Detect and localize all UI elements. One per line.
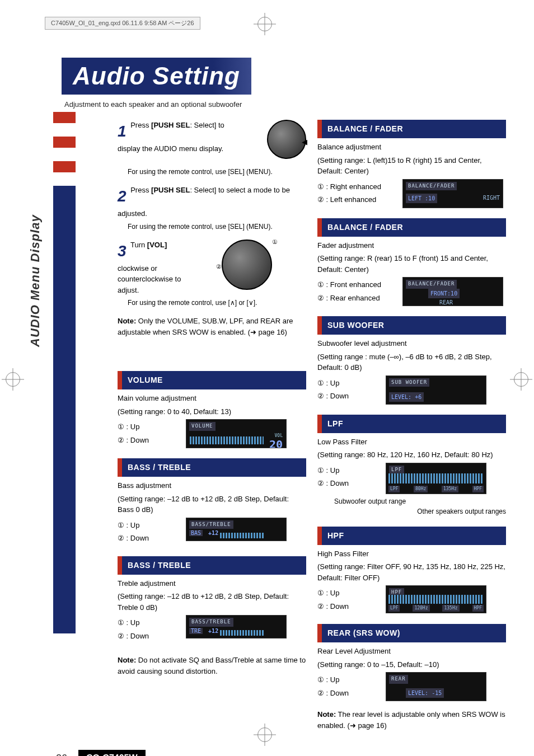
step-2-subtext: For using the remote control, use [SEL] … [128, 222, 306, 232]
registration-mark-top [257, 17, 272, 31]
fader-range: (Setting range: R (rear) 15 to F (front)… [317, 253, 506, 275]
hpf-down: ② : Down [317, 601, 379, 612]
lpf-down: ② : Down [317, 478, 379, 489]
fader-desc: Fader adjustment [317, 240, 506, 251]
treble-display: BASS/TREBLE TRE +12 [186, 615, 287, 638]
page-title-banner: Audio Setting [62, 58, 251, 95]
volume-display: VOLUME VOL20 [186, 419, 287, 448]
step-3-number: 3 [118, 242, 127, 260]
volume-range: (Setting range: 0 to 40, Default: 13) [118, 406, 306, 417]
fader-rear: ② : Rear enhanced [317, 293, 396, 304]
lpf-up: ① : Up [317, 465, 379, 476]
treble-up: ① : Up [118, 617, 179, 628]
section-subwoofer-head: SUB WOOFER [317, 316, 506, 335]
lpf-desc: Low Pass Filter [317, 436, 506, 448]
subwoofer-down: ② : Down [317, 391, 379, 402]
step-1-text: Press [PUSH SEL: Select] to display the … [118, 121, 224, 153]
page-subtitle: Adjustment to each speaker and an option… [64, 100, 506, 109]
bass-desc: Bass adjustment [118, 480, 306, 491]
lpf-caption-1: Subwoofer output range [334, 496, 506, 506]
treble-down: ② : Down [118, 631, 179, 642]
rear-range: (Setting range: 0 to –15, Default: –10) [317, 659, 506, 670]
section-volume-head: VOLUME [118, 371, 306, 389]
model-number: CQ-C7405W [78, 750, 146, 756]
rear-up: ① : Up [317, 674, 379, 685]
registration-mark-bottom [257, 727, 272, 742]
section-lpf-head: LPF [317, 415, 506, 433]
treble-desc: Treble adjustment [118, 578, 306, 589]
fader-front: ① : Front enhanced [317, 279, 396, 290]
file-header: C7405W_OI_01_eng.qxd 06.11.6 9:58 AM ページ… [45, 17, 200, 30]
hpf-up: ① : Up [317, 588, 379, 599]
step-3-text: Turn [VOL] clockwise or counterclockwise… [118, 241, 181, 294]
balance-desc: Balance adjustment [317, 142, 506, 153]
subwoofer-display: SUB WOOFER LEVEL: +6 [386, 375, 486, 405]
registration-mark-left [6, 372, 20, 387]
bass-treble-note: Note: Do not activate SQ and Bass/Treble… [118, 655, 306, 677]
bass-range: (Setting range: –12 dB to +12 dB, 2 dB S… [118, 494, 306, 515]
section-rear-head: REAR (SRS WOW) [317, 624, 506, 642]
section-treble-head: BASS / TREBLE [118, 556, 306, 575]
fader-display: BALANCE/FADER FRONT:10 REAR [402, 277, 503, 306]
lpf-caption-2: Other speakers output ranges [317, 506, 506, 516]
subwoofer-up: ① : Up [317, 378, 379, 389]
subwoofer-desc: Subwoofer level adjustment [317, 338, 506, 349]
balance-right: ① : Right enhanced [317, 181, 396, 192]
section-balance-head: BALANCE / FADER [317, 120, 506, 138]
vol-knob-illustration: ② ① [199, 240, 272, 295]
side-stripes [53, 112, 76, 635]
balance-range: (Setting range: L (left)15 to R (right) … [317, 155, 506, 177]
step-1: 1 Press [PUSH SEL: Select] to display th… [118, 120, 306, 177]
rear-display: REAR LEVEL: -15 [386, 672, 486, 701]
side-tab-label: AUDIO Menu Display [28, 214, 43, 347]
bass-display: BASS/TREBLE BAS +12 [186, 518, 287, 541]
lpf-range: (Setting range: 80 Hz, 120 Hz, 160 Hz, D… [317, 449, 506, 461]
hpf-range: (Setting range: Filter OFF, 90 Hz, 135 H… [317, 561, 506, 583]
bass-down: ② : Down [118, 533, 179, 544]
hpf-display: HPF LPF 120Hz 135Hz HPF [386, 585, 486, 613]
balance-display: BALANCE/FADER LEFT :10 RIGHT [402, 179, 503, 208]
step-2: 2 Press [PUSH SEL: Select] to select a m… [118, 185, 306, 232]
step-1-number: 1 [118, 123, 127, 140]
subwoofer-range: (Setting range : mute (–∞), –6 dB to +6 … [317, 351, 506, 373]
balance-left: ② : Left enhanced [317, 194, 396, 205]
registration-mark-right [514, 372, 528, 387]
section-hpf-head: HPF [317, 527, 506, 545]
rear-down: ② : Down [317, 688, 379, 699]
section-bass-head: BASS / TREBLE [118, 458, 306, 477]
hpf-desc: High Pass Filter [317, 548, 506, 560]
rear-note: Note: The rear level is adjustable only … [317, 709, 506, 731]
bass-up: ① : Up [118, 520, 179, 531]
section-fader-head: BALANCE / FADER [317, 218, 506, 237]
page-number: 26 [56, 753, 67, 757]
step-2-text: Press [PUSH SEL: Select] to select a mod… [118, 186, 290, 218]
volume-up: ① : Up [118, 421, 179, 433]
step-3-subtext: For using the remote control, use [∧] or… [128, 298, 306, 308]
push-sel-knob-illustration: ◀ [245, 120, 306, 165]
rear-desc: Rear Level Adjustment [317, 646, 506, 657]
lpf-display: LPF LPF 80Hz 135Hz HPF [386, 463, 486, 494]
step-1-subtext: For using the remote control, use [SEL] … [128, 167, 306, 177]
treble-range: (Setting range: –12 dB to +12 dB, 2 dB S… [118, 591, 306, 613]
step-2-number: 2 [118, 187, 127, 205]
step-3: 3 Turn [VOL] clockwise or counterclockwi… [118, 240, 306, 308]
volume-down: ② : Down [118, 435, 179, 446]
volume-desc: Main volume adjustment [118, 393, 306, 404]
steps-note: Note: Note: Only the VOLUME, SUB.W, LPF,… [118, 316, 306, 337]
